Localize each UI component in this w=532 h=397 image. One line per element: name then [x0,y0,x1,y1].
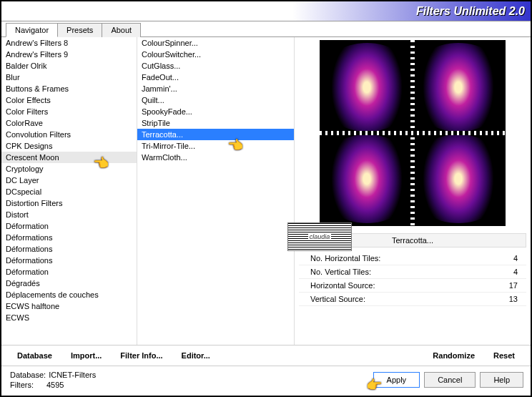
filter-info-link[interactable]: Filter Info... [120,351,162,360]
filter-item[interactable]: Tri-Mirror-Tile... [137,140,294,152]
cancel-button[interactable]: Cancel [424,372,476,388]
category-item[interactable]: Andrew's Filters 8 [1,37,137,49]
filter-item[interactable]: Jammin'... [137,83,294,94]
watermark-badge: claudia [287,222,352,251]
help-button[interactable]: Help [480,372,523,388]
setting-value: 4 [513,254,518,263]
setting-label: No. Horizontal Tiles: [310,254,380,263]
category-item[interactable]: Déformation [1,220,137,232]
category-item[interactable]: Distortion Filters [1,197,137,209]
filter-item[interactable]: ColourSwitcher... [137,49,294,60]
main-area: Andrew's Filters 8Andrew's Filters 9Bald… [1,37,531,345]
filter-list: ColourSpinner...ColourSwitcher...CutGlas… [137,37,295,345]
tab-about[interactable]: About [102,23,141,37]
db-value: ICNET-Filters [49,371,96,379]
category-item[interactable]: ECWS [1,312,137,323]
settings-row: Horizontal Source:17 [299,279,526,293]
filter-item[interactable]: WarmCloth... [137,152,294,163]
category-item[interactable]: ECWS halftone [1,300,137,312]
filters-value: 4595 [46,381,64,389]
category-item[interactable]: Buttons & Frames [1,83,137,94]
link-row: Database Import... Filter Info... Editor… [1,345,531,366]
category-item[interactable]: DCspecial [1,186,137,197]
category-item[interactable]: Distort [1,209,137,220]
filter-item[interactable]: FadeOut... [137,72,294,83]
watermark-text: claudia [308,233,332,240]
filter-item[interactable]: ColourSpinner... [137,37,294,49]
settings-row: Vertical Source:13 [299,293,526,306]
setting-label: Vertical Source: [310,295,365,303]
app-title: Filters Unlimited 2.0 [416,5,525,18]
settings-grid: No. Horizontal Tiles:4No. Vertical Tiles… [299,252,526,306]
category-item[interactable]: Color Filters [1,106,137,117]
setting-value: 13 [509,295,518,303]
filter-item[interactable]: StripTile [137,117,294,129]
category-scroll[interactable]: Andrew's Filters 8Andrew's Filters 9Bald… [1,37,137,345]
category-list: Andrew's Filters 8Andrew's Filters 9Bald… [1,37,137,345]
filters-label: Filters: [10,381,34,389]
filter-item[interactable]: CutGlass... [137,60,294,72]
randomize-link[interactable]: Randomize [433,351,475,360]
category-item[interactable]: DC Layer [1,175,137,186]
category-item[interactable]: Déformations [1,255,137,266]
category-item[interactable]: Déformations [1,243,137,255]
setting-value: 17 [509,281,518,290]
import-link[interactable]: Import... [71,351,102,360]
tab-presets[interactable]: Presets [57,23,102,37]
category-item[interactable]: CPK Designs [1,140,137,152]
category-item[interactable]: Andrew's Filters 9 [1,49,137,60]
header-bar: Filters Unlimited 2.0 [1,1,531,21]
category-item[interactable]: Cryptology [1,163,137,175]
settings-row: No. Vertical Tiles:4 [299,265,526,279]
status-block: Database: ICNET-Filters Filters: 4595 [10,371,96,389]
category-item[interactable]: Crescent Moon [1,152,137,163]
filter-item[interactable]: Quilt... [137,94,294,106]
settings-row: No. Horizontal Tiles:4 [299,252,526,265]
reset-link[interactable]: Reset [493,351,515,360]
filter-item[interactable]: SpookyFade... [137,106,294,117]
category-item[interactable]: Déplacements de couches [1,289,137,300]
category-item[interactable]: Convolution Filters [1,129,137,140]
setting-label: Horizontal Source: [310,281,375,290]
category-item[interactable]: Blur [1,72,137,83]
right-panel: Terracotta... No. Horizontal Tiles:4No. … [295,37,531,345]
category-item[interactable]: Balder Olrik [1,60,137,72]
category-item[interactable]: Déformations [1,232,137,243]
editor-link[interactable]: Editor... [182,351,210,360]
tab-bar: NavigatorPresetsAbout [1,21,531,37]
setting-value: 4 [513,268,518,276]
filter-item[interactable]: Terracotta... [137,129,294,140]
setting-label: No. Vertical Tiles: [310,268,371,276]
category-item[interactable]: Color Effects [1,94,137,106]
apply-button[interactable]: Apply [373,372,420,388]
filter-scroll[interactable]: ColourSpinner...ColourSwitcher...CutGlas… [137,37,294,345]
tab-navigator[interactable]: Navigator [6,23,58,37]
db-label: Database: [10,371,46,379]
button-row: Apply Cancel Help [373,372,523,388]
database-link[interactable]: Database [17,351,52,360]
category-item[interactable]: ColorRave [1,117,137,129]
preview-image [320,40,506,226]
category-item[interactable]: Dégradés [1,278,137,289]
status-row: Database: ICNET-Filters Filters: 4595 Ap… [1,366,531,391]
category-item[interactable]: Déformation [1,266,137,278]
